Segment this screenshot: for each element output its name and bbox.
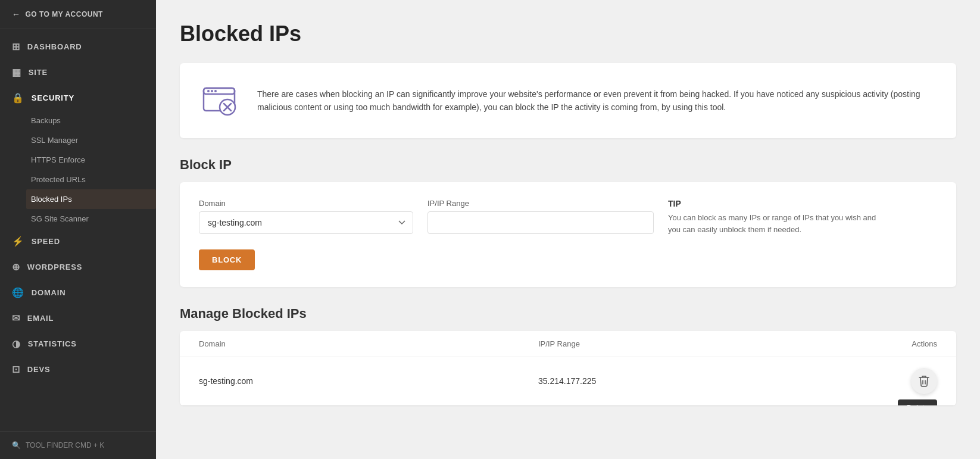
sidebar-item-domain[interactable]: 🌐 DOMAIN <box>0 280 156 305</box>
col-header-ip: IP/IP Range <box>538 339 878 348</box>
sidebar-item-backups[interactable]: Backups <box>31 111 156 130</box>
svg-point-5 <box>207 90 210 92</box>
sub-item-label: HTTPS Enforce <box>31 155 85 164</box>
back-link[interactable]: ← GO TO MY ACCOUNT <box>12 10 144 19</box>
block-ip-section-title: Block IP <box>180 157 956 173</box>
manage-section-title: Manage Blocked IPs <box>180 306 956 321</box>
sidebar-item-protected-urls[interactable]: Protected URLs <box>31 170 156 189</box>
sidebar-item-statistics[interactable]: ◑ STATISTICS <box>0 331 156 357</box>
svg-point-6 <box>211 90 213 92</box>
back-arrow-icon: ← <box>12 10 21 19</box>
speed-icon: ⚡ <box>12 236 24 247</box>
sidebar-item-security[interactable]: 🔒 SECURITY <box>0 85 156 111</box>
block-ip-form-card: Domain sg-testing.com IP/IP Range TIP Yo… <box>180 182 956 287</box>
row-ip: 35.214.177.225 <box>538 376 878 386</box>
tip-box: TIP You can block as many IPs or range o… <box>668 199 882 235</box>
sidebar-item-https-enforce[interactable]: HTTPS Enforce <box>31 150 156 170</box>
sidebar-item-label: SECURITY <box>32 93 74 102</box>
main-content: Blocked IPs There are cases when blockin… <box>156 0 980 459</box>
tool-finder[interactable]: 🔍 TOOL FINDER CMD + K <box>12 441 144 449</box>
sidebar-item-email[interactable]: ✉ EMAIL <box>0 305 156 331</box>
nav-section: ⊞ DASHBOARD ▦ SITE 🔒 SECURITY Backups SS… <box>0 29 156 387</box>
sub-item-label: Protected URLs <box>31 175 86 184</box>
email-icon: ✉ <box>12 313 20 324</box>
ip-label: IP/IP Range <box>427 199 654 208</box>
delete-button-wrap: Delete <box>911 368 937 394</box>
sidebar-item-devs[interactable]: ⊡ DEVS <box>0 357 156 382</box>
table-header: Domain IP/IP Range Actions <box>180 331 956 357</box>
info-card: There are cases when blocking an IP can … <box>180 63 956 138</box>
sidebar-item-label: DASHBOARD <box>27 42 82 51</box>
sub-item-label: Backups <box>31 116 61 125</box>
domain-form-group: Domain sg-testing.com <box>199 199 413 234</box>
security-icon: 🔒 <box>12 92 24 104</box>
sidebar-item-label: DEVS <box>27 365 51 374</box>
svg-point-7 <box>214 90 217 92</box>
sidebar-item-dashboard[interactable]: ⊞ DASHBOARD <box>0 34 156 60</box>
sub-item-label: Blocked IPs <box>31 195 72 204</box>
page-title: Blocked IPs <box>180 21 956 46</box>
domain-select[interactable]: sg-testing.com <box>199 211 413 234</box>
sidebar-item-label: SPEED <box>32 237 60 246</box>
table-row: sg-testing.com 35.214.177.225 Delete <box>180 357 956 405</box>
sidebar: ← GO TO MY ACCOUNT ⊞ DASHBOARD ▦ SITE 🔒 … <box>0 0 156 459</box>
trash-icon <box>919 375 929 387</box>
domain-icon: 🌐 <box>12 287 24 298</box>
sidebar-item-sg-site-scanner[interactable]: SG Site Scanner <box>31 209 156 229</box>
back-label: GO TO MY ACCOUNT <box>26 10 103 18</box>
delete-tooltip: Delete <box>898 399 937 405</box>
security-subnav: Backups SSL Manager HTTPS Enforce Protec… <box>0 111 156 229</box>
wordpress-icon: ⊕ <box>12 261 20 273</box>
ip-input[interactable] <box>427 211 654 234</box>
ip-form-group: IP/IP Range <box>427 199 654 234</box>
blocked-ip-icon <box>199 80 241 121</box>
sidebar-item-label: EMAIL <box>27 314 54 323</box>
sidebar-item-speed[interactable]: ⚡ SPEED <box>0 229 156 254</box>
delete-button[interactable] <box>911 368 937 394</box>
search-icon: 🔍 <box>12 441 21 449</box>
sub-item-label: SG Site Scanner <box>31 214 89 223</box>
domain-label: Domain <box>199 199 413 208</box>
tip-text: You can block as many IPs or range of IP… <box>668 212 882 235</box>
info-text: There are cases when blocking an IP can … <box>257 88 937 114</box>
sidebar-bottom: 🔍 TOOL FINDER CMD + K <box>0 431 156 459</box>
sidebar-item-label: DOMAIN <box>32 288 66 297</box>
sidebar-item-wordpress[interactable]: ⊕ WORDPRESS <box>0 254 156 280</box>
sidebar-top: ← GO TO MY ACCOUNT <box>0 0 156 29</box>
form-row: Domain sg-testing.com IP/IP Range TIP Yo… <box>199 199 937 235</box>
col-header-domain: Domain <box>199 339 538 348</box>
sidebar-item-site[interactable]: ▦ SITE <box>0 60 156 85</box>
sidebar-item-label: WORDPRESS <box>27 263 82 271</box>
statistics-icon: ◑ <box>12 338 21 349</box>
sidebar-item-label: STATISTICS <box>28 339 77 348</box>
sidebar-item-blocked-ips[interactable]: Blocked IPs <box>26 189 156 209</box>
tip-label: TIP <box>668 199 882 208</box>
row-actions: Delete <box>878 368 937 394</box>
sub-item-label: SSL Manager <box>31 136 78 145</box>
dashboard-icon: ⊞ <box>12 41 20 52</box>
row-domain: sg-testing.com <box>199 376 538 386</box>
devs-icon: ⊡ <box>12 364 20 375</box>
sidebar-item-ssl-manager[interactable]: SSL Manager <box>31 130 156 150</box>
tool-finder-label: TOOL FINDER CMD + K <box>26 441 104 449</box>
site-icon: ▦ <box>12 67 21 78</box>
sidebar-item-label: SITE <box>29 68 48 77</box>
col-header-actions: Actions <box>878 339 937 348</box>
blocked-ips-table: Domain IP/IP Range Actions sg-testing.co… <box>180 331 956 405</box>
block-button[interactable]: BLOCK <box>199 249 255 270</box>
